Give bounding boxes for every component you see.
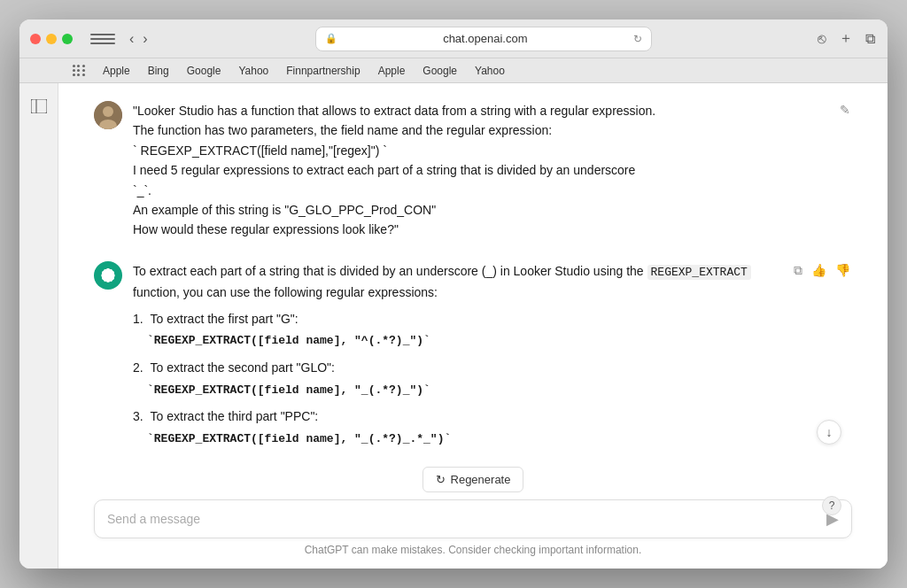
main-area: "Looker Studio has a function that allow…	[19, 83, 888, 569]
share-button[interactable]: ⎋	[816, 29, 828, 49]
help-button[interactable]: ?	[822, 496, 841, 515]
chat-area: "Looker Studio has a function that allow…	[58, 83, 888, 569]
new-tab-button[interactable]: ＋	[837, 27, 855, 50]
bookmark-yahoo-2[interactable]: Yahoo	[475, 65, 505, 77]
ai-message-content: To extract each part of a string that is…	[133, 261, 781, 456]
regenerate-icon: ↻	[436, 473, 446, 486]
tabs-button[interactable]: ⧉	[864, 29, 877, 49]
chat-messages: "Looker Studio has a function that allow…	[58, 83, 888, 456]
thumbs-up-button[interactable]: 👍	[810, 261, 828, 279]
input-row: ▶	[94, 499, 852, 538]
bookmark-apple-2[interactable]: Apple	[378, 65, 406, 77]
bookmarks-bar: Apple Bing Google Yahoo Finnpartnership …	[19, 58, 888, 83]
apps-icon[interactable]	[73, 65, 85, 77]
minimize-button[interactable]	[46, 34, 57, 44]
thumbs-down-icon: 👎	[835, 263, 850, 277]
thumbs-down-button[interactable]: 👎	[833, 261, 852, 279]
user-message: "Looker Studio has a function that allow…	[94, 101, 852, 240]
browser-window: ‹ › 🔒 chat.openai.com ↻ ⎋ ＋ ⧉	[19, 19, 888, 569]
reload-icon[interactable]: ↻	[633, 33, 642, 45]
sidebar-toggle-button[interactable]	[90, 30, 115, 48]
copy-button[interactable]: ⧉	[792, 261, 804, 280]
titlebar: ‹ › 🔒 chat.openai.com ↻ ⎋ ＋ ⧉	[19, 19, 888, 58]
close-button[interactable]	[30, 34, 41, 44]
forward-button[interactable]: ›	[139, 29, 151, 49]
list-item-3: 3. To extract the third part "PPC": `REG…	[133, 406, 781, 448]
regenerate-button[interactable]: ↻ Regenerate	[422, 467, 524, 492]
address-bar-container: 🔒 chat.openai.com ↻	[159, 27, 809, 51]
code-2: `REGEXP_EXTRACT([field name], "_(.*?)_")…	[147, 382, 781, 400]
question-mark-icon: ?	[829, 499, 835, 512]
fullscreen-button[interactable]	[62, 34, 73, 44]
thumbs-up-icon: 👍	[811, 263, 826, 277]
sidebar	[19, 83, 58, 569]
regexp-extract-inline: REGEXP_EXTRACT	[647, 265, 751, 280]
bookmark-bing[interactable]: Bing	[148, 65, 169, 77]
svg-point-3	[103, 106, 113, 117]
user-avatar	[94, 101, 122, 129]
user-message-actions: ✎	[838, 101, 852, 119]
user-message-content: "Looker Studio has a function that allow…	[133, 101, 827, 240]
toolbar-right: ⎋ ＋ ⧉	[816, 27, 877, 50]
chat-bottom: ↻ Regenerate ▶ ChatGPT can make mistakes…	[58, 456, 888, 569]
code-3: `REGEXP_EXTRACT([field name], "_(.*?)_.*…	[147, 430, 781, 449]
list-item-2: 2. To extract the second part "GLO": `RE…	[133, 358, 781, 399]
tabs-icon: ⧉	[865, 31, 875, 46]
sidebar-panel-icon[interactable]	[27, 94, 51, 119]
ai-avatar	[94, 261, 122, 290]
back-button[interactable]: ‹	[126, 29, 137, 49]
ai-message-actions: ⧉ 👍 👎	[792, 261, 852, 280]
edit-icon: ✎	[840, 103, 850, 117]
bookmark-finnpartnership[interactable]: Finnpartnership	[286, 65, 360, 77]
list-item-1: 1. To extract the first part "G": `REGEX…	[133, 309, 781, 351]
chevron-down-icon: ↓	[826, 425, 833, 439]
message-input[interactable]	[107, 512, 819, 526]
nav-arrows: ‹ ›	[126, 29, 151, 49]
chat-content: "Looker Studio has a function that allow…	[58, 83, 888, 569]
copy-icon: ⧉	[794, 263, 802, 277]
traffic-lights	[30, 34, 73, 44]
share-icon: ⎋	[818, 31, 826, 46]
scroll-down-button[interactable]: ↓	[817, 420, 841, 445]
bookmark-apple-1[interactable]: Apple	[103, 65, 130, 77]
address-bar[interactable]: 🔒 chat.openai.com ↻	[315, 27, 652, 51]
ai-message: To extract each part of a string that is…	[94, 261, 852, 456]
bookmark-yahoo-1[interactable]: Yahoo	[238, 65, 268, 77]
footer-text: ChatGPT can make mistakes. Consider chec…	[94, 538, 852, 561]
edit-message-button[interactable]: ✎	[838, 101, 852, 119]
bookmark-google-2[interactable]: Google	[422, 65, 457, 77]
regex-list: 1. To extract the first part "G": `REGEX…	[133, 309, 781, 456]
svg-rect-0	[31, 99, 47, 113]
bookmark-google-1[interactable]: Google	[187, 65, 221, 77]
code-1: `REGEXP_EXTRACT([field name], "^(.*?)_")…	[147, 332, 781, 351]
plus-icon: ＋	[839, 30, 853, 45]
lock-icon: 🔒	[325, 33, 337, 44]
address-text: chat.openai.com	[343, 32, 628, 45]
regenerate-row: ↻ Regenerate	[94, 467, 852, 492]
